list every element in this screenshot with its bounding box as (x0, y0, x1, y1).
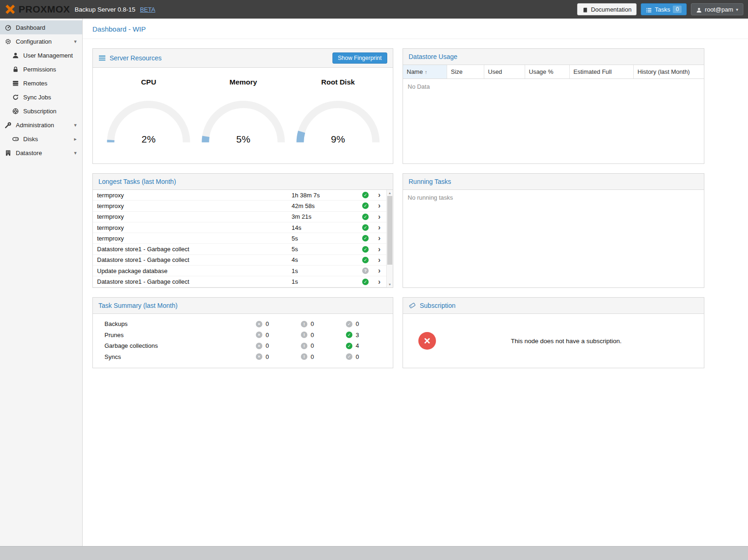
proxmox-logo[interactable]: PROXMOX (5, 4, 70, 15)
summary-row-garbage-collections: Garbage collections×0!0✓4 (93, 340, 393, 352)
caret-down-icon: ▾ (74, 150, 78, 156)
sidebar-item-datastore[interactable]: Datastore▾ (0, 146, 82, 160)
sidebar-item-administration[interactable]: Administration▾ (0, 118, 82, 132)
task-row[interactable]: termproxy3m 21s✓› (93, 212, 386, 222)
sidebar-item-user-management[interactable]: User Management (0, 48, 82, 62)
proxmox-x-icon (5, 4, 16, 15)
server-resources-panel: Server Resources Show Fingerprint CPU2%M… (92, 48, 393, 164)
task-duration: 1s (292, 278, 358, 285)
chevron-right-icon[interactable]: › (373, 234, 385, 242)
summary-label: Prunes (104, 332, 256, 339)
column-header-size[interactable]: Size (447, 65, 484, 78)
server-icon (12, 80, 19, 87)
chevron-right-icon[interactable]: › (373, 256, 385, 264)
sidebar-item-subscription[interactable]: Subscription (0, 104, 82, 118)
no-subscription-icon: × (418, 332, 436, 350)
column-header-estimated-full[interactable]: Estimated Full (570, 65, 634, 78)
column-header-name[interactable]: Name↑ (403, 65, 447, 78)
sidebar-item-disks[interactable]: Disks▸ (0, 132, 82, 146)
task-row[interactable]: termproxy14s✓› (93, 222, 386, 233)
task-row[interactable]: termproxy5s✓› (93, 233, 386, 244)
ok-status-icon: ✓ (362, 224, 369, 231)
ok-count: 3 (356, 332, 359, 339)
task-status: ? (358, 267, 373, 274)
chevron-right-icon[interactable]: › (373, 224, 385, 231)
scroll-up-icon[interactable]: ▲ (387, 190, 393, 196)
task-status: ✓ (358, 257, 373, 263)
ok-status-icon: ✓ (346, 343, 352, 349)
task-duration: 42m 58s (292, 202, 358, 209)
task-row[interactable]: Datastore store1 - Garbage collect5s✓› (93, 244, 386, 254)
sidebar-item-permissions[interactable]: Permissions (0, 62, 82, 76)
logo-wordmark: PROXMOX (19, 4, 70, 15)
sidebar-item-sync-jobs[interactable]: Sync Jobs (0, 90, 82, 104)
scrollbar-thumb[interactable] (387, 196, 392, 265)
task-row[interactable]: Datastore store1 - Garbage collect4s✓› (93, 255, 386, 266)
column-header-usage[interactable]: Usage % (525, 65, 570, 78)
chevron-right-icon[interactable]: › (373, 278, 385, 286)
user-icon (696, 7, 702, 13)
ok-status-icon: ✓ (362, 192, 369, 198)
datastore-usage-body: Name↑SizeUsedUsage %Estimated FullHistor… (403, 65, 704, 163)
chevron-right-icon[interactable]: › (373, 267, 385, 274)
datastore-usage-panel: Datastore Usage Name↑SizeUsedUsage %Esti… (403, 48, 704, 164)
wrench-icon (5, 122, 12, 129)
task-status: ✓ (358, 224, 373, 231)
subscription-title: Subscription (420, 302, 455, 309)
chevron-right-icon[interactable]: › (373, 213, 385, 221)
column-label: History (last Month) (637, 68, 690, 75)
scroll-down-icon[interactable]: ▼ (387, 281, 393, 287)
tasks-button[interactable]: Tasks 0 (641, 3, 687, 15)
caret-right-icon: ▸ (74, 136, 78, 142)
datastore-empty-text: No Data (403, 79, 704, 94)
gauge-value: 2% (101, 134, 196, 145)
bars-icon (98, 54, 106, 62)
running-tasks-title: Running Tasks (409, 178, 451, 185)
sidebar-item-configuration[interactable]: Configuration▾ (0, 34, 82, 48)
warning-status-icon: ! (301, 332, 307, 338)
sidebar-item-dashboard[interactable]: Dashboard (0, 20, 82, 34)
column-header-history-last-month[interactable]: History (last Month) (634, 65, 704, 78)
sidebar-item-remotes[interactable]: Remotes (0, 76, 82, 90)
documentation-button[interactable]: Documentation (577, 3, 637, 15)
scrollbar[interactable]: ▲ ▼ (386, 190, 393, 287)
sidebar-item-label: Sync Jobs (23, 94, 78, 101)
task-duration: 1s (292, 267, 358, 274)
summary-row-prunes: Prunes×0!0✓3 (93, 330, 393, 341)
task-row[interactable]: termproxy42m 58s✓› (93, 201, 386, 211)
running-tasks-empty-text: No running tasks (403, 190, 704, 205)
warning-status-icon: ! (301, 343, 307, 349)
chevron-right-icon[interactable]: › (373, 202, 385, 209)
running-tasks-panel: Running Tasks No running tasks (403, 173, 704, 288)
running-tasks-body: No running tasks (403, 190, 704, 287)
sidebar-item-label: Configuration (16, 38, 70, 45)
task-duration: 14s (292, 224, 358, 231)
show-fingerprint-button[interactable]: Show Fingerprint (332, 52, 388, 64)
datastore-columns: Name↑SizeUsedUsage %Estimated FullHistor… (403, 65, 704, 79)
page-title: Dashboard - WIP (83, 19, 748, 39)
beta-link[interactable]: BETA (140, 6, 155, 13)
sidebar-item-label: Permissions (23, 66, 78, 73)
task-duration: 4s (292, 256, 358, 263)
task-name: Update package database (97, 267, 292, 274)
column-header-used[interactable]: Used (484, 65, 525, 78)
building-icon (5, 150, 12, 156)
list-icon (646, 7, 652, 13)
chevron-right-icon[interactable]: › (373, 246, 385, 253)
task-name: Datastore store1 - Garbage collect (97, 256, 292, 263)
task-row[interactable]: termproxy1h 38m 7s✓› (93, 190, 386, 201)
longest-tasks-panel: Longest Tasks (last Month) termproxy1h 3… (92, 173, 393, 288)
task-summary-body: Backups×0!0✓0Prunes×0!0✓3Garbage collect… (93, 314, 393, 368)
ok-status-icon: ✓ (346, 321, 352, 327)
chevron-right-icon[interactable]: › (373, 191, 385, 199)
hdd-icon (12, 136, 19, 143)
task-row[interactable]: Update package database1s?› (93, 266, 386, 276)
dashboard-grid: Server Resources Show Fingerprint CPU2%M… (83, 39, 748, 368)
task-summary-header: Task Summary (last Month) (93, 298, 393, 314)
user-menu-button[interactable]: root@pam ▾ (691, 3, 743, 15)
task-row[interactable]: Datastore store1 - Garbage collect1s✓› (93, 276, 386, 287)
book-icon (582, 7, 588, 13)
task-status: ✓ (358, 214, 373, 220)
documentation-label: Documentation (591, 6, 631, 13)
topbar: PROXMOX Backup Server 0.8-15 BETA Docume… (0, 0, 748, 19)
